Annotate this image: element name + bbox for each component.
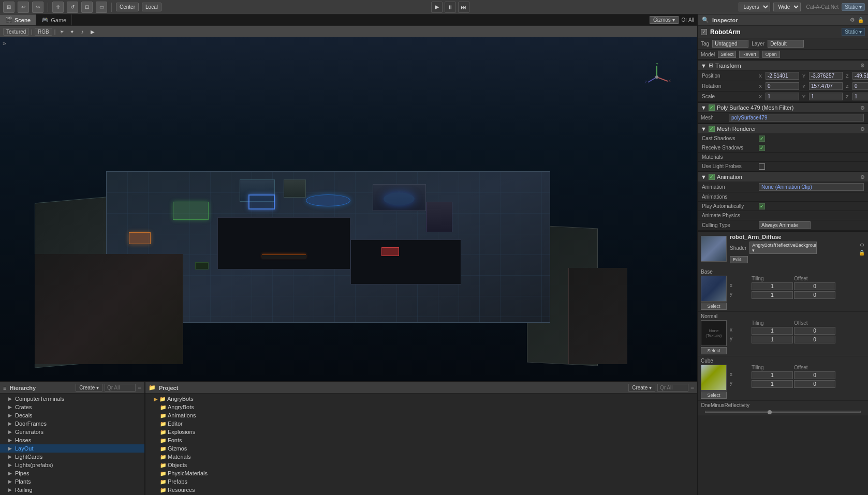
hierarchy-minus-icon[interactable]: − [138,384,141,392]
mesh-filter-gear-icon[interactable]: ⚙ [860,105,865,111]
project-item-prefabs[interactable]: 📁 Prefabs [145,477,697,486]
local-toggle[interactable]: Local [142,3,161,11]
pause-button[interactable]: ⏸ [445,2,456,13]
play-button[interactable]: ▶ [431,2,443,13]
undo-icon[interactable]: ↩ [18,2,29,13]
project-item-explosions[interactable]: 📁 Explosions [145,428,697,436]
layer-dropdown[interactable]: Default [768,40,804,48]
object-active-checkbox[interactable]: ✓ [701,29,707,35]
center-toggle[interactable]: Center [116,3,139,11]
hierarchy-item-doorframes[interactable]: ▶ DoorFrames [0,419,144,428]
rect-tool-icon[interactable]: ▭ [96,2,107,13]
layers-dropdown[interactable]: Layers [739,3,770,11]
position-y-input[interactable] [809,72,843,80]
project-item-materials[interactable]: 📁 Materials [145,453,697,461]
scene-audio-icon[interactable]: ♪ [78,27,86,36]
play-auto-checkbox[interactable]: ✓ [759,203,765,209]
hierarchy-item-decals[interactable]: ▶ Decals [0,411,144,419]
cube-offset-x-input[interactable] [794,371,835,379]
scene-video-icon[interactable]: ▶ [89,27,97,36]
mesh-renderer-section-header[interactable]: ▼ ✓ Mesh Renderer ⚙ [698,123,868,134]
static-dropdown[interactable]: Static ▾ [842,28,865,36]
project-minus-icon[interactable]: − [690,384,694,392]
cube-offset-y-input[interactable] [794,380,835,388]
transform-gear-icon[interactable]: ⚙ [860,63,865,68]
animation-toggle[interactable]: ✓ [709,174,715,180]
mesh-filter-section-header[interactable]: ▼ ✓ Poly Surface 479 (Mesh Filter) ⚙ [698,102,868,113]
hierarchy-create-button[interactable]: Create ▾ [76,384,102,392]
cube-tiling-x-input[interactable] [752,371,793,379]
hierarchy-item-lightcards[interactable]: ▶ LightCards [0,453,144,461]
rotation-y-input[interactable] [809,82,843,90]
material-lock-icon[interactable]: 🔒 [859,250,865,256]
project-item-fonts[interactable]: 📁 Fonts [145,436,697,444]
hierarchy-item-generators[interactable]: ▶ Generators [0,428,144,436]
project-create-button[interactable]: Create ▾ [628,384,655,392]
base-tiling-x-input[interactable] [752,282,793,290]
normal-tiling-x-input[interactable] [752,327,793,335]
base-offset-x-input[interactable] [794,282,835,290]
reflectivity-slider-track[interactable] [705,411,861,413]
gizmos-button[interactable]: Gizmos ▾ [650,16,679,24]
hierarchy-item-pipes[interactable]: ▶ Pipes [0,469,144,477]
cube-tiling-y-input[interactable] [752,380,793,388]
mesh-renderer-gear-icon[interactable]: ⚙ [860,126,865,132]
material-edit-button[interactable]: Edit... [730,256,748,263]
rgb-button[interactable]: RGB [35,28,52,36]
scene-viewport[interactable]: Y X Z » [0,37,697,381]
rotation-z-input[interactable] [852,82,868,90]
mesh-renderer-toggle[interactable]: ✓ [709,126,715,132]
position-z-input[interactable] [852,72,868,80]
inspector-settings-icon[interactable]: ⚙ [850,17,855,23]
redo-icon[interactable]: ↪ [32,2,43,13]
project-item-resources[interactable]: 📁 Resources [145,486,697,494]
tab-scene[interactable]: 🎬 Scene [0,14,36,25]
project-item-physic-materials[interactable]: 📁 PhysicMaterials [145,469,697,477]
cast-shadows-checkbox[interactable]: ✓ [759,136,765,142]
hierarchy-item-plants[interactable]: ▶ Plants [0,477,144,486]
scale-tool-icon[interactable]: ⊡ [81,2,93,13]
base-texture-select-button[interactable]: Select [701,303,727,310]
rotate-tool-icon[interactable]: ↺ [67,2,78,13]
project-search-input[interactable] [657,384,688,392]
hierarchy-item-crates[interactable]: ▶ Crates [0,403,144,411]
transform-section-header[interactable]: ▼ ⊞ Transform ⚙ [698,59,868,71]
translate-tool-icon[interactable]: ✛ [52,2,64,13]
normal-texture-select-button[interactable]: Select [701,347,727,354]
inspector-lock-icon[interactable]: 🔒 [858,17,864,23]
tab-game[interactable]: 🎮 Game [36,14,72,25]
project-item-animations[interactable]: 📁 Animations [145,411,697,419]
scale-y-input[interactable] [809,93,843,100]
animation-section-header[interactable]: ▼ ✓ Animation ⚙ [698,171,868,182]
hierarchy-item-layout[interactable]: ▶ LayOut [0,444,144,453]
model-revert-button[interactable]: Revert [739,51,759,58]
receive-shadows-checkbox[interactable]: ✓ [759,145,765,151]
normal-offset-y-input[interactable] [794,336,835,343]
project-item-gizmos[interactable]: 📁 Gizmos [145,444,697,453]
project-item-editor[interactable]: 📁 Editor [145,419,697,428]
inspector-scroll-area[interactable]: ✓ RobotArm Static ▾ Tag Untagged Layer D… [698,26,868,495]
scale-z-input[interactable] [852,93,868,100]
position-x-input[interactable] [766,72,799,80]
use-light-probes-checkbox[interactable] [759,163,765,170]
animation-gear-icon[interactable]: ⚙ [860,174,865,180]
hierarchy-item-lights-prefabs[interactable]: ▶ Lights(prefabs) [0,461,144,469]
material-settings-icon[interactable]: ⚙ [860,242,864,248]
step-button[interactable]: ⏭ [458,2,469,13]
shader-dropdown[interactable]: AngryBots/ReflectiveBackgroundArbitraryG… [749,242,817,254]
tag-dropdown[interactable]: Untagged [712,40,748,48]
mesh-filter-toggle[interactable]: ✓ [709,104,715,111]
collapse-panels-button[interactable]: » [3,40,6,47]
culling-type-dropdown[interactable]: Always Animate [759,221,811,229]
project-item-objects[interactable]: 📁 Objects [145,461,697,469]
scene-lighting-icon[interactable]: ☀ [57,27,66,36]
static-badge[interactable]: Static ▾ [842,3,865,11]
model-select-button[interactable]: Select [718,51,736,58]
scene-fx-icon[interactable]: ✦ [68,27,76,36]
hierarchy-item-railing[interactable]: ▶ Railing [0,486,144,494]
model-open-button[interactable]: Open [762,51,780,58]
normal-offset-x-input[interactable] [794,327,835,335]
hierarchy-item-computer-terminals[interactable]: ▶ ComputerTerminals [0,395,144,403]
hierarchy-item-hoses[interactable]: ▶ Hoses [0,436,144,444]
unity-logo-icon[interactable]: ⊞ [3,2,14,13]
